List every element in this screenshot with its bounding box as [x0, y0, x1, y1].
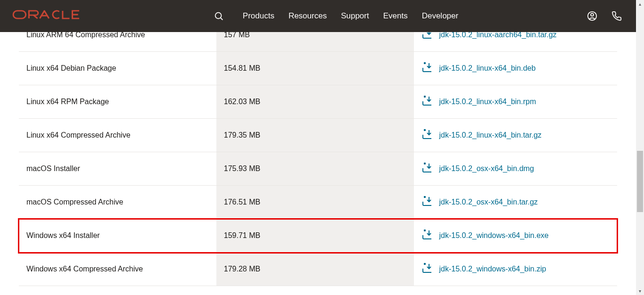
- download-link[interactable]: jdk-15.0.2_linux-x64_bin.rpm: [439, 98, 536, 106]
- scroll-down-icon[interactable]: ▾: [636, 287, 644, 295]
- search-icon[interactable]: [214, 11, 224, 21]
- download-cell: jdk-15.0.2_osx-x64_bin.tar.gz: [414, 186, 617, 219]
- nav-products[interactable]: Products: [243, 11, 274, 21]
- download-cell: jdk-15.0.2_linux-x64_bin.tar.gz: [414, 119, 617, 152]
- nav-resources[interactable]: Resources: [289, 11, 327, 21]
- download-cell: jdk-15.0.2_linux-x64_bin.deb: [414, 52, 617, 85]
- download-icon[interactable]: [421, 96, 434, 108]
- download-size: 179.28 MB: [216, 253, 414, 286]
- download-link[interactable]: jdk-15.0.2_linux-x64_bin.tar.gz: [439, 131, 542, 139]
- phone-icon[interactable]: [611, 11, 622, 21]
- nav-developer[interactable]: Developer: [422, 11, 459, 21]
- svg-line-2: [220, 18, 223, 20]
- download-name: macOS Installer: [19, 152, 216, 186]
- svg-rect-6: [424, 62, 426, 64]
- download-icon[interactable]: [421, 229, 434, 242]
- download-size: 176.51 MB: [216, 186, 414, 219]
- download-cell: jdk-15.0.2_windows-x64_bin.exe: [414, 219, 617, 253]
- table-row: Windows x64 Installer159.71 MB jdk-15.0.…: [19, 219, 617, 253]
- download-size: 179.35 MB: [216, 119, 414, 152]
- svg-rect-11: [424, 229, 426, 231]
- table-row: Linux x64 RPM Package162.03 MB jdk-15.0.…: [19, 85, 617, 119]
- download-link[interactable]: jdk-15.0.2_osx-x64_bin.dmg: [439, 164, 534, 173]
- svg-point-1: [215, 13, 221, 19]
- download-name: Linux ARM 64 Compressed Archive: [19, 32, 216, 52]
- svg-rect-12: [424, 263, 426, 265]
- download-link[interactable]: jdk-15.0.2_linux-x64_bin.deb: [439, 64, 536, 73]
- downloads-section: Linux ARM 64 Compressed Archive157 MB jd…: [0, 32, 636, 295]
- download-link[interactable]: jdk-15.0.2_osx-x64_bin.tar.gz: [439, 198, 538, 206]
- svg-rect-10: [424, 196, 426, 198]
- svg-rect-9: [424, 163, 426, 164]
- table-row: Linux x64 Debian Package154.81 MB jdk-15…: [19, 52, 617, 85]
- download-link[interactable]: jdk-15.0.2_windows-x64_bin.zip: [439, 265, 546, 273]
- download-icon[interactable]: [421, 263, 434, 275]
- download-icon[interactable]: [421, 62, 434, 74]
- table-row: macOS Installer175.93 MB jdk-15.0.2_osx-…: [19, 152, 617, 186]
- download-name: Linux x64 Debian Package: [19, 52, 216, 85]
- download-icon[interactable]: [421, 163, 434, 175]
- nav-support[interactable]: Support: [341, 11, 369, 21]
- table-row: macOS Compressed Archive176.51 MB jdk-15…: [19, 186, 617, 219]
- download-name: Linux x64 RPM Package: [19, 85, 216, 119]
- nav-right: [587, 11, 622, 21]
- nav-center: Products Resources Support Events Develo…: [85, 11, 587, 21]
- download-icon[interactable]: [421, 129, 434, 141]
- scroll-thumb[interactable]: [637, 151, 643, 212]
- download-icon[interactable]: [421, 32, 434, 41]
- oracle-logo[interactable]: [12, 9, 87, 24]
- top-navbar: Products Resources Support Events Develo…: [0, 0, 636, 32]
- download-size: 162.03 MB: [216, 85, 414, 119]
- download-size: 157 MB: [216, 32, 414, 52]
- nav-events[interactable]: Events: [383, 11, 408, 21]
- table-row: Linux x64 Compressed Archive179.35 MB jd…: [19, 119, 617, 152]
- download-size: 175.93 MB: [216, 152, 414, 186]
- svg-rect-7: [424, 96, 426, 98]
- download-name: macOS Compressed Archive: [19, 186, 216, 219]
- svg-point-4: [591, 13, 594, 16]
- download-cell: jdk-15.0.2_osx-x64_bin.dmg: [414, 152, 617, 186]
- table-row: Linux ARM 64 Compressed Archive157 MB jd…: [19, 32, 617, 52]
- table-row: Windows x64 Compressed Archive179.28 MB …: [19, 253, 617, 286]
- download-size: 154.81 MB: [216, 52, 414, 85]
- svg-rect-8: [424, 129, 426, 131]
- download-size: 159.71 MB: [216, 219, 414, 253]
- download-cell: jdk-15.0.2_linux-x64_bin.rpm: [414, 85, 617, 119]
- downloads-table: Linux ARM 64 Compressed Archive157 MB jd…: [19, 32, 617, 286]
- scroll-up-icon[interactable]: ▴: [636, 0, 644, 8]
- download-name: Windows x64 Compressed Archive: [19, 253, 216, 286]
- browser-scrollbar[interactable]: ▴ ▾: [636, 0, 644, 295]
- download-name: Windows x64 Installer: [19, 219, 216, 253]
- download-name: Linux x64 Compressed Archive: [19, 119, 216, 152]
- account-icon[interactable]: [587, 11, 597, 21]
- download-cell: jdk-15.0.2_linux-aarch64_bin.tar.gz: [414, 32, 617, 52]
- download-link[interactable]: jdk-15.0.2_linux-aarch64_bin.tar.gz: [439, 32, 557, 39]
- download-cell: jdk-15.0.2_windows-x64_bin.zip: [414, 253, 617, 286]
- download-link[interactable]: jdk-15.0.2_windows-x64_bin.exe: [439, 231, 549, 240]
- svg-rect-0: [13, 10, 26, 18]
- download-icon[interactable]: [421, 196, 434, 208]
